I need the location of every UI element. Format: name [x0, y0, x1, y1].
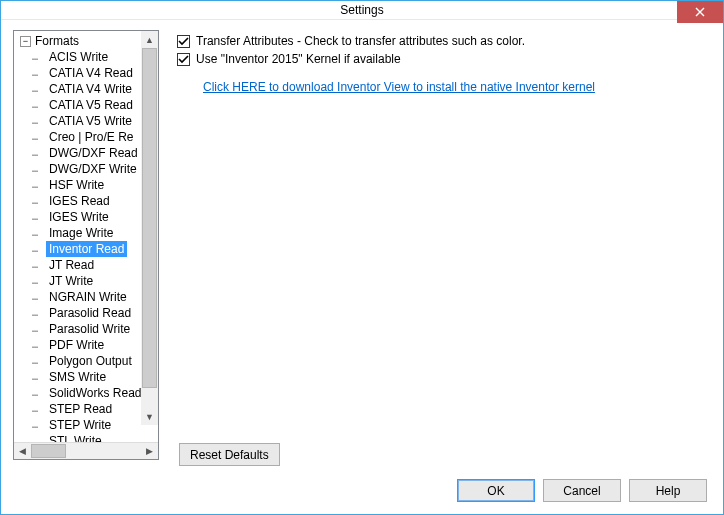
scroll-track-vertical[interactable] [141, 48, 158, 408]
ok-button[interactable]: OK [457, 479, 535, 502]
download-inventor-link[interactable]: Click HERE to download Inventor View to … [203, 80, 595, 94]
tree-item[interactable]: …Inventor Read [32, 241, 158, 257]
scroll-left-button[interactable]: ◀ [14, 443, 31, 459]
tree-connector-icon: … [32, 97, 46, 113]
dialog-footer: OK Cancel Help [457, 479, 707, 502]
reset-defaults-button[interactable]: Reset Defaults [179, 443, 280, 466]
tree-connector-icon: … [32, 113, 46, 129]
tree-item-label: STEP Write [46, 417, 114, 433]
tree-connector-icon: … [32, 193, 46, 209]
tree-item-label: Creo | Pro/E Re [46, 129, 136, 145]
tree-connector-icon: … [32, 353, 46, 369]
tree-horizontal-scrollbar[interactable]: ◀ ▶ [14, 442, 158, 459]
tree-item[interactable]: …Parasolid Write [32, 321, 158, 337]
tree-item-label: SolidWorks Read [46, 385, 144, 401]
chevron-left-icon: ◀ [19, 446, 26, 456]
scroll-track-horizontal[interactable] [31, 443, 141, 459]
tree-item-label: HSF Write [46, 177, 107, 193]
tree-item-label: CATIA V5 Read [46, 97, 136, 113]
use-kernel-checkbox[interactable] [177, 53, 190, 66]
tree-item-label: STL Write [46, 433, 105, 442]
tree-vertical-scrollbar[interactable]: ▲ ▼ [141, 31, 158, 425]
option-use-kernel[interactable]: Use "Inventor 2015" Kernel if available [177, 52, 711, 66]
tree-item-label: STEP Read [46, 401, 115, 417]
transfer-attributes-checkbox[interactable] [177, 35, 190, 48]
tree-item-label: DWG/DXF Write [46, 161, 140, 177]
window-title: Settings [340, 3, 383, 17]
scroll-up-button[interactable]: ▲ [141, 31, 158, 48]
tree-connector-icon: … [32, 145, 46, 161]
tree-connector-icon: … [32, 385, 46, 401]
titlebar: Settings [1, 1, 723, 20]
tree-item[interactable]: …STEP Read [32, 401, 158, 417]
tree-item[interactable]: …SolidWorks Read [32, 385, 158, 401]
tree-item[interactable]: …HSF Write [32, 177, 158, 193]
collapse-icon[interactable]: − [20, 36, 31, 47]
scroll-thumb-horizontal[interactable] [31, 444, 66, 458]
tree-item-label: PDF Write [46, 337, 107, 353]
tree-item[interactable]: …CATIA V4 Read [32, 65, 158, 81]
transfer-attributes-label: Transfer Attributes - Check to transfer … [196, 34, 525, 48]
tree-item-label: CATIA V4 Write [46, 81, 135, 97]
use-kernel-label: Use "Inventor 2015" Kernel if available [196, 52, 401, 66]
tree-item[interactable]: …STEP Write [32, 417, 158, 433]
tree-item-label: JT Read [46, 257, 97, 273]
tree-item[interactable]: …JT Read [32, 257, 158, 273]
tree-item[interactable]: …NGRAIN Write [32, 289, 158, 305]
tree-connector-icon: … [32, 49, 46, 65]
tree-item[interactable]: …SMS Write [32, 369, 158, 385]
tree-item[interactable]: …JT Write [32, 273, 158, 289]
tree-item[interactable]: …DWG/DXF Read [32, 145, 158, 161]
tree-item[interactable]: …CATIA V4 Write [32, 81, 158, 97]
tree-root-label: Formats [33, 33, 81, 49]
scroll-down-button[interactable]: ▼ [141, 408, 158, 425]
tree-item-label: Parasolid Write [46, 321, 133, 337]
tree-item-label: NGRAIN Write [46, 289, 130, 305]
cancel-button[interactable]: Cancel [543, 479, 621, 502]
tree-item[interactable]: …IGES Write [32, 209, 158, 225]
tree-item[interactable]: …Polygon Output [32, 353, 158, 369]
tree-connector-icon: … [32, 225, 46, 241]
tree-item[interactable]: …IGES Read [32, 193, 158, 209]
tree-connector-icon: … [32, 337, 46, 353]
dialog-body: − Formats …ACIS Write…CATIA V4 Read…CATI… [1, 20, 723, 514]
scroll-thumb-vertical[interactable] [142, 48, 157, 388]
scroll-right-button[interactable]: ▶ [141, 443, 158, 459]
close-icon [695, 7, 705, 17]
tree-item[interactable]: …STL Write [32, 433, 158, 442]
tree-connector-icon: … [32, 209, 46, 225]
tree-item[interactable]: …PDF Write [32, 337, 158, 353]
tree-connector-icon: … [32, 369, 46, 385]
tree-item[interactable]: …CATIA V5 Write [32, 113, 158, 129]
options-panel: Transfer Attributes - Check to transfer … [177, 30, 711, 460]
tree-item[interactable]: …ACIS Write [32, 49, 158, 65]
tree-item-label: SMS Write [46, 369, 109, 385]
formats-tree[interactable]: − Formats …ACIS Write…CATIA V4 Read…CATI… [13, 30, 159, 460]
settings-window: Settings − Formats …ACIS Write…CATIA V4 … [0, 0, 724, 515]
check-icon [178, 54, 189, 65]
chevron-right-icon: ▶ [146, 446, 153, 456]
tree-item-label: DWG/DXF Read [46, 145, 141, 161]
tree-item-label: JT Write [46, 273, 96, 289]
help-button[interactable]: Help [629, 479, 707, 502]
tree-item[interactable]: …DWG/DXF Write [32, 161, 158, 177]
tree-connector-icon: … [32, 305, 46, 321]
tree-root-formats[interactable]: − Formats [18, 33, 158, 49]
tree-item-label: Polygon Output [46, 353, 135, 369]
tree-item-label: Inventor Read [46, 241, 127, 257]
tree-item[interactable]: …Creo | Pro/E Re [32, 129, 158, 145]
tree-connector-icon: … [32, 289, 46, 305]
chevron-down-icon: ▼ [145, 412, 154, 422]
tree-connector-icon: … [32, 433, 46, 442]
tree-connector-icon: … [32, 321, 46, 337]
tree-connector-icon: … [32, 129, 46, 145]
tree-item[interactable]: …Image Write [32, 225, 158, 241]
tree-item-label: CATIA V4 Read [46, 65, 136, 81]
tree-item-label: IGES Write [46, 209, 112, 225]
tree-item[interactable]: …Parasolid Read [32, 305, 158, 321]
tree-connector-icon: … [32, 81, 46, 97]
tree-item-label: IGES Read [46, 193, 113, 209]
tree-connector-icon: … [32, 241, 46, 257]
option-transfer-attributes[interactable]: Transfer Attributes - Check to transfer … [177, 34, 711, 48]
tree-item[interactable]: …CATIA V5 Read [32, 97, 158, 113]
